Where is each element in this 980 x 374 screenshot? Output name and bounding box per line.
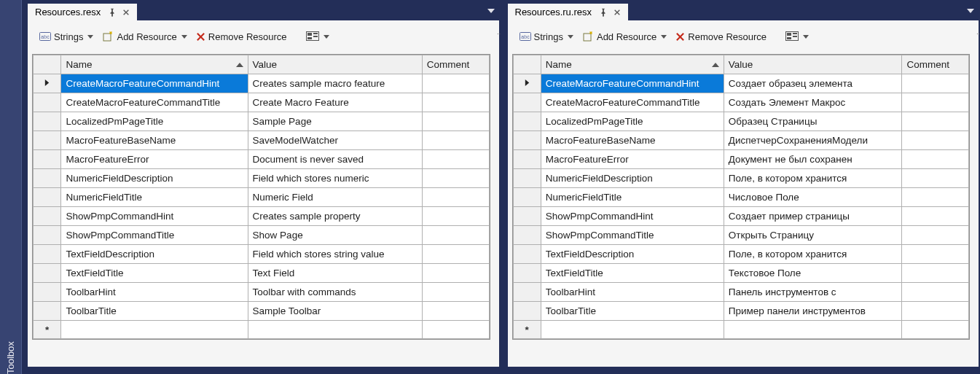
cell-name[interactable]: LocalizedPmPageTitle (61, 112, 248, 131)
cell-value[interactable]: Панель инструментов с (724, 283, 902, 302)
cell-comment[interactable] (902, 207, 969, 226)
cell-comment[interactable] (422, 302, 489, 321)
resource-grid[interactable]: NameValueCommentCreateMacroFeatureComman… (32, 54, 490, 340)
table-row[interactable]: CreateMacroFeatureCommandHintCreates sam… (34, 74, 490, 93)
cell-name[interactable]: LocalizedPmPageTitle (541, 112, 724, 131)
add-resource-button[interactable]: Add Resource (579, 29, 670, 44)
cell-comment[interactable] (902, 93, 969, 112)
column-header-value[interactable]: Value (248, 55, 422, 74)
table-row[interactable]: CreateMacroFeatureCommandHintСоздает обр… (513, 74, 969, 93)
strings-category-button[interactable]: Strings (36, 29, 96, 44)
table-row[interactable]: NumericFieldTitleNumeric Field (34, 188, 490, 207)
cell-comment[interactable] (902, 264, 969, 283)
table-row[interactable]: MacroFeatureErrorДокумент не был сохране… (513, 150, 969, 169)
table-row[interactable]: NumericFieldTitleЧисловое Поле (513, 188, 969, 207)
pin-icon[interactable] (599, 8, 608, 17)
active-files-dropdown[interactable] (964, 4, 977, 17)
cell-value[interactable]: Toolbar with commands (248, 283, 422, 302)
cell-name[interactable]: TextFieldTitle (61, 264, 248, 283)
cell-name[interactable]: ShowPmpCommandHint (61, 207, 248, 226)
cell-comment[interactable] (902, 169, 969, 188)
views-button[interactable] (303, 30, 332, 43)
cell-comment[interactable] (902, 226, 969, 245)
cell-comment[interactable] (902, 150, 969, 169)
cell-comment[interactable] (902, 74, 969, 93)
column-header-comment[interactable]: Comment (902, 55, 969, 74)
cell-name[interactable]: ToolbarTitle (61, 302, 248, 321)
cell-value[interactable]: Field which stores numeric (248, 169, 422, 188)
cell-value[interactable]: Sample Page (248, 112, 422, 131)
cell-name[interactable]: NumericFieldDescription (541, 169, 724, 188)
cell-comment[interactable] (422, 188, 489, 207)
cell-comment[interactable] (422, 74, 489, 93)
pin-icon[interactable] (108, 8, 117, 17)
cell-comment[interactable] (422, 245, 489, 264)
cell-comment[interactable] (422, 131, 489, 150)
table-row[interactable]: ShowPmpCommandHintCreates sample propert… (34, 207, 490, 226)
cell-comment[interactable] (902, 112, 969, 131)
cell-value[interactable]: Text Field (248, 264, 422, 283)
cell-value[interactable]: Создать Элемент Макрос (724, 93, 902, 112)
table-row[interactable]: CreateMacroFeatureCommandTitleСоздать Эл… (513, 93, 969, 112)
table-row[interactable]: ShowPmpCommandHintСоздает пример страниц… (513, 207, 969, 226)
cell-value[interactable]: Sample Toolbar (248, 302, 422, 321)
table-row[interactable]: ToolbarTitleSample Toolbar (34, 302, 490, 321)
cell-name[interactable]: ToolbarTitle (541, 302, 724, 321)
cell-name[interactable]: ToolbarHint (541, 283, 724, 302)
cell-value[interactable]: Пример панели инструментов (724, 302, 902, 321)
close-icon[interactable] (122, 9, 130, 16)
table-row[interactable]: ToolbarHintПанель инструментов с (513, 283, 969, 302)
cell-name[interactable]: MacroFeatureError (61, 150, 248, 169)
cell-value[interactable]: Числовое Поле (724, 188, 902, 207)
table-row[interactable]: TextFieldTitleТекстовое Поле (513, 264, 969, 283)
cell-name[interactable]: CreateMacroFeatureCommandTitle (61, 93, 248, 112)
cell-name[interactable]: ShowPmpCommandTitle (61, 226, 248, 245)
toolbar-overflow[interactable]: ‥ (494, 29, 498, 36)
add-resource-button[interactable]: Add Resource (99, 29, 189, 44)
column-header-value[interactable]: Value (724, 55, 902, 74)
cell-comment[interactable] (422, 264, 489, 283)
cell-comment[interactable] (902, 188, 969, 207)
cell-value[interactable]: Поле, в котором хранится (724, 169, 902, 188)
close-icon[interactable] (614, 9, 621, 16)
cell-value[interactable]: SaveModelWatcher (248, 131, 422, 150)
new-row[interactable]: * (513, 321, 969, 339)
document-tab[interactable]: Resources.ru.resx (508, 4, 628, 20)
cell-value[interactable]: Creates sample macro feature (248, 74, 422, 93)
cell-comment[interactable] (422, 226, 489, 245)
cell-name[interactable]: MacroFeatureBaseName (541, 131, 724, 150)
remove-resource-button[interactable]: Remove Resource (673, 30, 769, 44)
cell-comment[interactable] (902, 131, 969, 150)
table-row[interactable]: ShowPmpCommandTitleОткрыть Страницу (513, 226, 969, 245)
cell-name[interactable]: ToolbarHint (61, 283, 248, 302)
cell-name[interactable]: MacroFeatureError (541, 150, 724, 169)
cell-value[interactable]: Field which stores string value (248, 245, 422, 264)
cell-value[interactable]: Show Page (248, 226, 422, 245)
cell-name[interactable]: CreateMacroFeatureCommandHint (541, 74, 724, 93)
cell-value[interactable]: Открыть Страницу (724, 226, 902, 245)
cell-name[interactable]: NumericFieldTitle (541, 188, 724, 207)
table-row[interactable]: MacroFeatureErrorDocument is never saved (34, 150, 490, 169)
cell-value[interactable]: Document is never saved (248, 150, 422, 169)
cell-value[interactable]: Создает пример страницы (724, 207, 902, 226)
cell-comment[interactable] (422, 283, 489, 302)
cell-value[interactable]: Create Macro Feature (248, 93, 422, 112)
document-tab[interactable]: Resources.resx (28, 4, 137, 20)
cell-name[interactable]: ShowPmpCommandHint (541, 207, 724, 226)
cell-name[interactable]: CreateMacroFeatureCommandHint (61, 74, 248, 93)
cell-value[interactable]: Текстовое Поле (724, 264, 902, 283)
cell-comment[interactable] (422, 207, 489, 226)
table-row[interactable]: MacroFeatureBaseNameДиспетчерСохраненияМ… (513, 131, 969, 150)
cell-comment[interactable] (422, 93, 489, 112)
strings-category-button[interactable]: Strings (517, 29, 576, 44)
column-header-comment[interactable]: Comment (422, 55, 489, 74)
table-row[interactable]: TextFieldDescriptionПоле, в котором хран… (513, 245, 969, 264)
table-row[interactable]: LocalizedPmPageTitleSample Page (34, 112, 490, 131)
table-row[interactable]: NumericFieldDescriptionField which store… (34, 169, 490, 188)
cell-comment[interactable] (422, 169, 489, 188)
cell-comment[interactable] (422, 150, 489, 169)
cell-value[interactable]: Numeric Field (248, 188, 422, 207)
cell-comment[interactable] (902, 283, 969, 302)
table-row[interactable]: TextFieldDescriptionField which stores s… (34, 245, 490, 264)
cell-value[interactable]: Документ не был сохранен (724, 150, 902, 169)
